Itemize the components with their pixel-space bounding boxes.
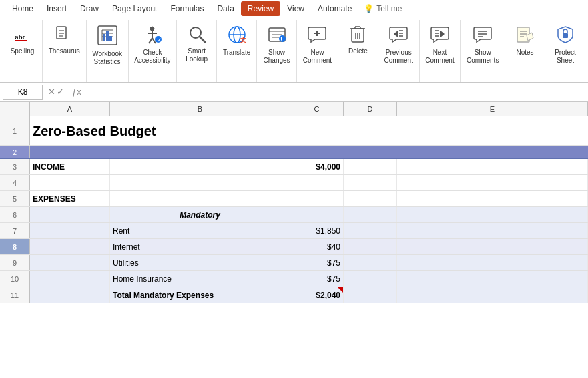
- cell-e3[interactable]: [397, 159, 588, 174]
- cell-a10[interactable]: [30, 271, 110, 287]
- ribbon-group-notes: Notes: [505, 20, 545, 82]
- cell-d10[interactable]: [344, 271, 397, 287]
- menu-view[interactable]: View: [280, 1, 311, 16]
- cell-c7[interactable]: $1,850: [290, 223, 344, 238]
- col-header-d[interactable]: D: [344, 102, 397, 116]
- cell-d9[interactable]: [344, 255, 397, 270]
- next-comment-button[interactable]: Next Comment: [422, 23, 458, 67]
- formula-bar: ✕ ✓ ƒx: [0, 83, 588, 102]
- cell-e11[interactable]: [397, 287, 588, 303]
- col-header-e[interactable]: E: [397, 102, 588, 116]
- cell-e7[interactable]: [397, 223, 588, 238]
- menu-page-layout[interactable]: Page Layout: [105, 1, 164, 16]
- cell-a1[interactable]: Zero-Based Budget: [30, 116, 531, 146]
- cell-a8[interactable]: [30, 239, 110, 254]
- menu-home[interactable]: Home: [5, 1, 40, 16]
- spreadsheet: A B C D E 1 Zero-Based Budget 2 3 INCOME…: [0, 102, 588, 378]
- col-header-c[interactable]: C: [290, 102, 344, 116]
- cell-c8[interactable]: $40: [290, 239, 344, 254]
- ribbon-group-stats: Workbook Statistics: [87, 20, 129, 82]
- cell-e6[interactable]: [397, 207, 588, 222]
- cell-b5[interactable]: [110, 191, 290, 206]
- show-comments-button[interactable]: Show Comments: [463, 23, 502, 67]
- col-header-b[interactable]: B: [110, 102, 290, 116]
- menu-data[interactable]: Data: [210, 1, 240, 16]
- cell-e10[interactable]: [397, 271, 588, 287]
- formula-dividers: ✕ ✓: [45, 87, 67, 97]
- cell-b8[interactable]: Internet: [110, 239, 290, 254]
- cell-c9[interactable]: $75: [290, 255, 344, 270]
- cell-d6[interactable]: [344, 207, 397, 222]
- cell-b3[interactable]: [110, 159, 290, 174]
- protect-sheet-label: Protect Sheet: [555, 49, 576, 65]
- cell-a3[interactable]: INCOME: [30, 159, 110, 174]
- workbook-statistics-label: Workbook Statistics: [92, 50, 122, 66]
- cell-a6[interactable]: [30, 207, 110, 222]
- formula-input[interactable]: [87, 85, 585, 100]
- column-headers: A B C D E: [0, 102, 588, 116]
- cell-d5[interactable]: [344, 191, 397, 206]
- thesaurus-button[interactable]: Thesaurus: [45, 23, 83, 57]
- ribbon-group-smart-lookup: Smart Lookup: [177, 20, 217, 82]
- cell-a7[interactable]: [30, 223, 110, 238]
- cell-c10[interactable]: $75: [290, 271, 344, 287]
- cell-c4[interactable]: [290, 175, 344, 190]
- cell-d8[interactable]: [344, 239, 397, 254]
- menu-formulas[interactable]: Formulas: [164, 1, 210, 16]
- workbook-statistics-button[interactable]: Workbook Statistics: [89, 23, 125, 68]
- previous-comment-button[interactable]: Previous Comment: [381, 23, 416, 67]
- cell-c3[interactable]: $4,000: [290, 159, 344, 174]
- check-accessibility-icon: ✓: [142, 25, 162, 47]
- check-accessibility-button[interactable]: ✓ Check Accessibility: [131, 23, 174, 67]
- cell-b4[interactable]: [110, 175, 290, 190]
- cell-a9[interactable]: [30, 255, 110, 270]
- confirm-formula-icon[interactable]: ✓: [57, 87, 64, 97]
- table-row-blue: 2: [0, 146, 588, 159]
- menu-automate[interactable]: Automate: [311, 1, 358, 16]
- cell-c11[interactable]: $2,040: [290, 287, 344, 303]
- show-changes-button[interactable]: ! Show Changes: [260, 23, 294, 67]
- cell-d11[interactable]: [344, 287, 397, 303]
- col-header-a[interactable]: A: [30, 102, 110, 116]
- spelling-button[interactable]: abc Spelling: [6, 23, 39, 57]
- cell-d7[interactable]: [344, 223, 397, 238]
- function-icon: ƒx: [69, 87, 84, 97]
- cell-c5[interactable]: [290, 191, 344, 206]
- ribbon-group-next-comment: Next Comment: [420, 20, 461, 82]
- cell-d3[interactable]: [344, 159, 397, 174]
- table-row: 3 INCOME $4,000: [0, 159, 588, 175]
- cell-a11[interactable]: [30, 287, 110, 303]
- table-row-selected: 8 Internet $40: [0, 239, 588, 255]
- table-row: 4: [0, 175, 588, 191]
- cell-d4[interactable]: [344, 175, 397, 190]
- menu-insert[interactable]: Insert: [40, 1, 73, 16]
- svg-text:abc: abc: [15, 33, 26, 41]
- row-number-1: 1: [0, 116, 30, 145]
- cell-b9[interactable]: Utilities: [110, 255, 290, 270]
- cell-a5[interactable]: EXPENSES: [30, 191, 110, 206]
- cell-a4[interactable]: [30, 175, 110, 190]
- svg-marker-43: [394, 31, 398, 37]
- cell-b6[interactable]: Mandatory: [110, 207, 290, 222]
- translate-button[interactable]: 文 Translate: [220, 23, 254, 59]
- cell-c6[interactable]: [290, 207, 344, 222]
- thesaurus-icon: [55, 25, 73, 46]
- notes-button[interactable]: Notes: [508, 23, 541, 59]
- menu-review[interactable]: Review: [241, 1, 280, 16]
- cell-b7[interactable]: Rent: [110, 223, 290, 238]
- cell-reference-box[interactable]: [3, 85, 43, 100]
- new-comment-button[interactable]: New Comment: [300, 23, 335, 67]
- menu-draw[interactable]: Draw: [73, 1, 105, 16]
- cell-b11[interactable]: Total Mandatory Expenses: [110, 287, 290, 303]
- cell-b10[interactable]: Home Insurance: [110, 271, 290, 287]
- smart-lookup-button[interactable]: Smart Lookup: [180, 23, 214, 65]
- cancel-formula-icon[interactable]: ✕: [48, 87, 55, 97]
- protect-sheet-button[interactable]: Protect Sheet: [549, 23, 582, 67]
- svg-rect-13: [109, 36, 112, 41]
- delete-comment-button[interactable]: Delete: [341, 23, 374, 57]
- cell-e9[interactable]: [397, 255, 588, 270]
- cell-e5[interactable]: [397, 191, 588, 206]
- cell-e4[interactable]: [397, 175, 588, 190]
- cell-e8[interactable]: [397, 239, 588, 254]
- menu-tell-me[interactable]: 💡 Tell me: [358, 4, 407, 13]
